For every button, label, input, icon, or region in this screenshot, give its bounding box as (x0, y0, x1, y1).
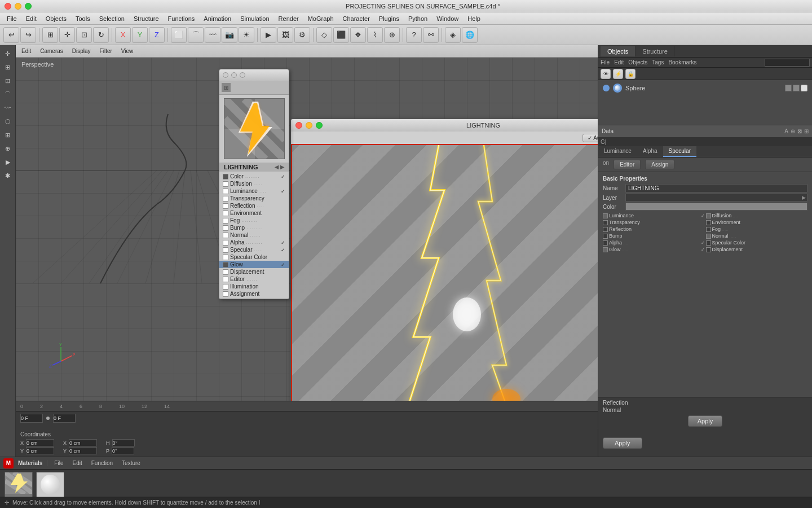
tab-structure[interactable]: Structure (636, 46, 675, 56)
mat-channel-diffusion[interactable]: Diffusion ..... (219, 180, 289, 187)
menu-simulation[interactable]: Simulation (236, 12, 273, 24)
material-preview[interactable] (224, 98, 285, 159)
select-tool[interactable]: ⊞ (42, 27, 58, 43)
mat-nav-arrows[interactable]: ◀ ▶ (275, 164, 284, 170)
rp-objects[interactable]: Objects (628, 59, 647, 65)
ch-glow-cb[interactable] (223, 262, 228, 268)
help-btn[interactable]: ? (406, 27, 422, 43)
ch-reflect-cb[interactable] (223, 203, 228, 209)
mat-channel-editor[interactable]: Editor ...... (219, 275, 289, 283)
apply-btn-bottom[interactable]: Apply (603, 437, 642, 449)
mat-close[interactable] (223, 72, 228, 78)
auto-button[interactable]: ✓ Auto (582, 134, 598, 142)
sidebar-move-icon[interactable]: ✛ (2, 47, 14, 60)
menu-character[interactable]: Character (338, 12, 374, 24)
rp-filter-btn[interactable]: ⚡ (613, 69, 623, 79)
menu-render[interactable]: Render (274, 12, 303, 24)
rp-me-icon-1[interactable]: A (784, 128, 788, 134)
rp-me-icon-2[interactable]: ⊕ (791, 128, 795, 134)
mat-channel-color[interactable]: Color ........ ✓ (219, 173, 289, 180)
ch-assign-cb[interactable] (223, 291, 228, 297)
coord-x-input[interactable] (26, 439, 54, 446)
net-render[interactable]: 🌐 (462, 27, 478, 43)
render-to-pic[interactable]: 🖼 (277, 27, 293, 43)
rp-lock-btn[interactable]: 🔒 (625, 69, 636, 79)
undo-button[interactable]: ↩ (3, 27, 19, 43)
mat-channel-assignment[interactable]: Assignment (219, 290, 289, 297)
coord-y-input[interactable] (26, 447, 54, 454)
coord-ry-input[interactable] (69, 447, 97, 454)
rp-ch-cb-bump[interactable] (603, 234, 608, 239)
sidebar-axis-icon[interactable]: ⊕ (2, 142, 14, 155)
menu-objects[interactable]: Objects (41, 12, 71, 24)
close-button[interactable] (5, 3, 11, 10)
menu-edit[interactable]: Edit (21, 12, 41, 24)
spline-tool[interactable]: ⌇ (367, 27, 383, 43)
ch-fog-cb[interactable] (223, 218, 228, 224)
ch-scolor-cb[interactable] (223, 255, 228, 260)
ch-editor-cb[interactable] (223, 277, 228, 282)
rp-me-icon-3[interactable]: ⊠ (797, 128, 802, 134)
z-axis[interactable]: Z (149, 27, 165, 43)
sidebar-extra-icon[interactable]: ✱ (2, 169, 14, 182)
lightning-close[interactable] (295, 122, 302, 129)
rp-ch-cb-glow[interactable] (603, 247, 608, 252)
rp-color-swatch[interactable] (625, 203, 807, 211)
tab-objects[interactable]: Objects (601, 46, 636, 56)
viewport[interactable]: Perspective (16, 58, 598, 401)
rp-search-input[interactable] (765, 59, 810, 67)
ch-specular-cb[interactable] (223, 247, 228, 253)
lightning-min[interactable] (306, 122, 312, 129)
mat-tb-file[interactable]: File (52, 460, 65, 466)
minimize-button[interactable] (15, 3, 21, 10)
menu-functions[interactable]: Functions (164, 12, 200, 24)
render-settings[interactable]: ⚙ (294, 27, 310, 43)
menu-file[interactable]: File (2, 12, 21, 24)
rp-ch-cb-diffusion[interactable] (706, 213, 711, 218)
rp-ch-cb-transparency[interactable] (603, 220, 608, 225)
mat-max[interactable] (240, 72, 245, 78)
rp-tags[interactable]: Tags (652, 59, 664, 65)
lightning-max[interactable] (316, 122, 323, 129)
cloner-tool[interactable]: ❖ (350, 27, 366, 43)
deform-tool[interactable]: 〰 (205, 27, 220, 43)
vp-filter[interactable]: Filter (98, 48, 114, 54)
mat-tb-edit[interactable]: Edit (70, 460, 84, 466)
mat-channel-fog[interactable]: Fog ......... (219, 217, 289, 224)
mat-channel-specular[interactable]: Specular ..... ✓ (219, 246, 289, 253)
mat-tb-function[interactable]: Function (89, 460, 115, 466)
mat-channel-glow[interactable]: Glow ✓ (219, 261, 289, 268)
scale-tool[interactable]: ⊡ (76, 27, 92, 43)
sidebar-texture-icon[interactable]: ⊞ (2, 129, 14, 141)
menu-window[interactable]: Window (432, 12, 463, 24)
mat-channel-bump[interactable]: Bump ......... (219, 224, 289, 231)
menu-animation[interactable]: Animation (199, 12, 236, 24)
live-render[interactable]: ◈ (445, 27, 461, 43)
ch-illum-cb[interactable] (223, 284, 228, 290)
coord-rx-input[interactable] (69, 439, 97, 446)
maximize-button[interactable] (25, 3, 32, 10)
x-axis[interactable]: X (115, 27, 131, 43)
mat-channel-specular-color[interactable]: Specular Color (219, 253, 289, 261)
nurbs-tool[interactable]: ⌒ (188, 27, 204, 43)
rp-sphere-row[interactable]: Sphere (603, 82, 807, 94)
rp-me-icon-4[interactable]: ⊞ (804, 128, 809, 134)
camera-tool[interactable]: 📷 (222, 27, 237, 43)
apply-button[interactable]: Apply (688, 415, 723, 427)
menu-plugins[interactable]: Plugins (374, 12, 404, 24)
mat-channel-reflection[interactable]: Reflection .... (219, 202, 289, 209)
vp-display[interactable]: Display (70, 48, 93, 54)
ch-alpha-cb[interactable] (223, 240, 228, 246)
render-btn[interactable]: ▶ (261, 27, 276, 43)
ch-normal-cb[interactable] (223, 233, 228, 238)
y-axis[interactable]: Y (132, 27, 148, 43)
mat-channel-luminance[interactable]: Luminance .... ✓ (219, 187, 289, 195)
sculpt-tool[interactable]: ⊕ (384, 27, 400, 43)
redo-button[interactable]: ↪ (20, 27, 36, 43)
rp-eye-btn[interactable]: 👁 (601, 69, 611, 79)
rp-ch-cb-displacement[interactable] (706, 247, 711, 252)
ch-displace-cb[interactable] (223, 269, 228, 275)
rp-ch-cb-environment[interactable] (706, 220, 711, 225)
mat-channel-alpha[interactable]: Alpha ......... ✓ (219, 239, 289, 246)
menu-tools[interactable]: Tools (71, 12, 95, 24)
